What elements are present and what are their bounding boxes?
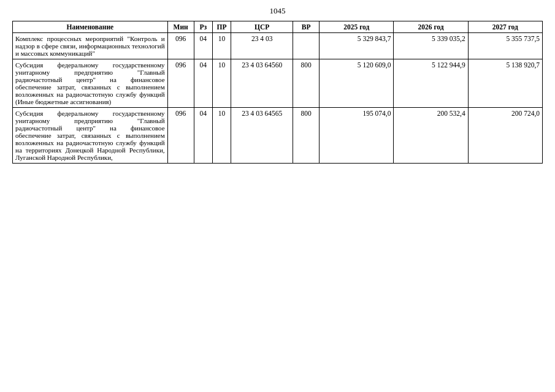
row0-vr bbox=[293, 33, 320, 59]
row1-min: 096 bbox=[167, 59, 194, 108]
budget-table: Наименование Мин Рз ПР ЦСР ВР 2025 год 2… bbox=[12, 21, 543, 164]
row2-2026: 200 532,4 bbox=[394, 108, 468, 164]
row1-vr: 800 bbox=[293, 59, 320, 108]
row0-min: 096 bbox=[167, 33, 194, 59]
row2-rz: 04 bbox=[194, 108, 212, 164]
row2-vr: 800 bbox=[293, 108, 320, 164]
header-2026: 2026 год bbox=[394, 21, 468, 33]
page-number: 1045 bbox=[12, 6, 543, 16]
row2-min: 096 bbox=[167, 108, 194, 164]
header-naim: Наименование bbox=[13, 21, 168, 33]
header-rz: Рз bbox=[194, 21, 212, 33]
row0-csr: 23 4 03 bbox=[231, 33, 293, 59]
table-row: Субсидия федеральному государственному у… bbox=[13, 108, 543, 164]
row1-naim: Субсидия федеральному государственному у… bbox=[13, 59, 168, 108]
row1-2026: 5 122 944,9 bbox=[394, 59, 468, 108]
row2-csr: 23 4 03 64565 bbox=[231, 108, 293, 164]
row0-2025: 5 329 843,7 bbox=[320, 33, 394, 59]
table-row: Комплекс процессных мероприятий "Контрол… bbox=[13, 33, 543, 59]
table-row: Субсидия федеральному государственному у… bbox=[13, 59, 543, 108]
header-vr: ВР bbox=[293, 21, 320, 33]
row0-2027: 5 355 737,5 bbox=[468, 33, 542, 59]
row1-2025: 5 120 609,0 bbox=[320, 59, 394, 108]
row1-pr: 10 bbox=[212, 59, 231, 108]
row1-rz: 04 bbox=[194, 59, 212, 108]
header-csr: ЦСР bbox=[231, 21, 293, 33]
row2-naim: Субсидия федеральному государственному у… bbox=[13, 108, 168, 164]
header-2025: 2025 год bbox=[320, 21, 394, 33]
table-header-row: Наименование Мин Рз ПР ЦСР ВР 2025 год 2… bbox=[13, 21, 543, 33]
row0-rz: 04 bbox=[194, 33, 212, 59]
row1-2027: 5 138 920,7 bbox=[468, 59, 542, 108]
row2-pr: 10 bbox=[212, 108, 231, 164]
row0-2026: 5 339 035,2 bbox=[394, 33, 468, 59]
row1-csr: 23 4 03 64560 bbox=[231, 59, 293, 108]
header-pr: ПР bbox=[212, 21, 231, 33]
row2-2025: 195 074,0 bbox=[320, 108, 394, 164]
header-min: Мин bbox=[167, 21, 194, 33]
row0-pr: 10 bbox=[212, 33, 231, 59]
header-2027: 2027 год bbox=[468, 21, 542, 33]
row2-2027: 200 724,0 bbox=[468, 108, 542, 164]
row0-naim: Комплекс процессных мероприятий "Контрол… bbox=[13, 33, 168, 59]
